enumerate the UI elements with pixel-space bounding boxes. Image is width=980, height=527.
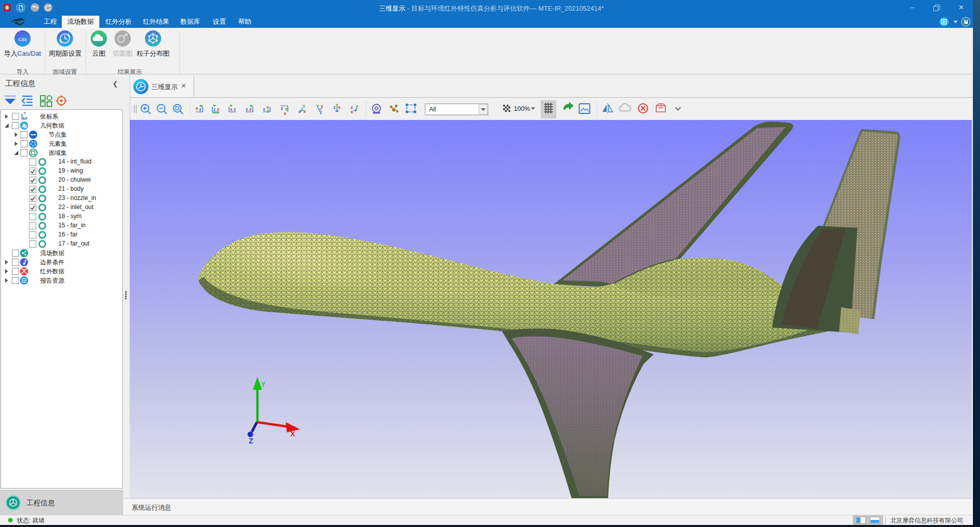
svg-text:x: x [338,105,341,110]
svg-text:100%: 100% [514,105,530,112]
svg-text:Y: Y [24,111,26,115]
svg-text:x: x [284,111,286,116]
svg-text:z: z [320,110,322,115]
svg-text:x: x [304,109,306,114]
svg-text:All: All [429,106,436,113]
svg-text:z: z [213,107,215,112]
svg-text:Y: Y [335,103,338,108]
svg-text:Y: Y [261,380,266,388]
svg-text:z: z [199,107,201,112]
svg-text:Z: Z [249,437,253,445]
svg-text:y: y [356,104,358,109]
svg-text:z: z [246,107,248,112]
svg-text:Y: Y [303,104,306,109]
svg-text:x: x [230,107,233,112]
svg-text:X: X [290,430,295,438]
svg-text:x: x [321,104,323,109]
svg-text:cas: cas [18,35,27,43]
svg-text:z: z [23,116,25,119]
svg-text:x: x [26,116,28,119]
svg-text:z: z [263,107,265,112]
svg-text:z: z [281,106,283,111]
svg-text:x: x [249,107,252,112]
svg-text:z: z [234,107,236,112]
svg-text:x: x [196,106,198,111]
svg-text:x: x [351,109,353,114]
svg-text:x: x [217,107,219,112]
svg-text:Y: Y [267,109,270,114]
